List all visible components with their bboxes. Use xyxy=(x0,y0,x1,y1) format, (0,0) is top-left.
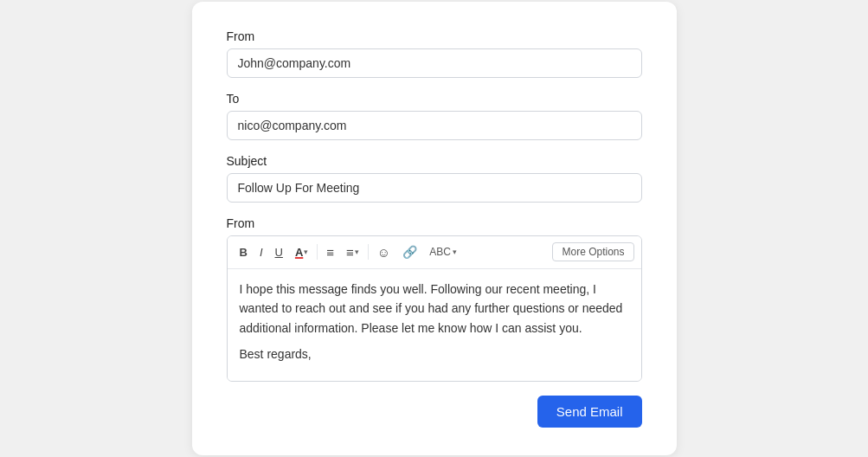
italic-button[interactable]: I xyxy=(254,242,268,262)
subject-field-group: Subject xyxy=(227,154,642,203)
email-compose-card: From To Subject From B I U A ▾ xyxy=(192,2,677,456)
underline-button[interactable]: U xyxy=(270,242,288,262)
font-color-a: A xyxy=(295,246,303,259)
from-label: From xyxy=(227,29,642,43)
body-paragraph-2: Best regards, xyxy=(240,344,629,364)
editor-container: B I U A ▾ ≡ ≡ ▾ ☺ xyxy=(227,235,642,383)
align-button[interactable]: ≡ ▾ xyxy=(341,241,364,263)
editor-toolbar: B I U A ▾ ≡ ≡ ▾ ☺ xyxy=(228,236,641,269)
spell-check-label: ABC xyxy=(429,246,451,258)
from-field-group: From xyxy=(227,29,642,78)
toolbar-divider-2 xyxy=(368,244,369,260)
align-chevron-icon: ▾ xyxy=(355,248,359,256)
subject-input[interactable] xyxy=(227,173,642,203)
list-icon: ≡ xyxy=(326,245,334,260)
font-color-chevron-icon: ▾ xyxy=(304,248,308,256)
align-icon: ≡ xyxy=(346,245,354,260)
to-field-group: To xyxy=(227,92,642,140)
unordered-list-button[interactable]: ≡ xyxy=(321,241,339,263)
link-icon: 🔗 xyxy=(402,245,417,259)
body-label: From xyxy=(227,216,642,230)
font-color-button[interactable]: A ▾ xyxy=(290,242,313,262)
from-input[interactable] xyxy=(227,48,642,78)
spell-check-button[interactable]: ABC ▾ xyxy=(424,242,462,261)
send-email-button[interactable]: Send Email xyxy=(537,396,642,428)
emoji-button[interactable]: ☺ xyxy=(372,241,395,263)
body-field-group: From B I U A ▾ ≡ ≡ ▾ xyxy=(227,216,642,383)
editor-body[interactable]: I hope this message finds you well. Foll… xyxy=(228,269,641,382)
body-paragraph-1: I hope this message finds you well. Foll… xyxy=(240,280,629,338)
emoji-icon: ☺ xyxy=(377,245,390,260)
subject-label: Subject xyxy=(227,154,642,168)
send-row: Send Email xyxy=(227,396,642,428)
link-button[interactable]: 🔗 xyxy=(397,241,422,262)
bold-button[interactable]: B xyxy=(235,242,253,262)
to-label: To xyxy=(227,92,642,106)
spell-check-chevron-icon: ▾ xyxy=(453,248,457,256)
toolbar-divider-1 xyxy=(317,244,318,260)
to-input[interactable] xyxy=(227,111,642,140)
more-options-button[interactable]: More Options xyxy=(552,242,633,261)
